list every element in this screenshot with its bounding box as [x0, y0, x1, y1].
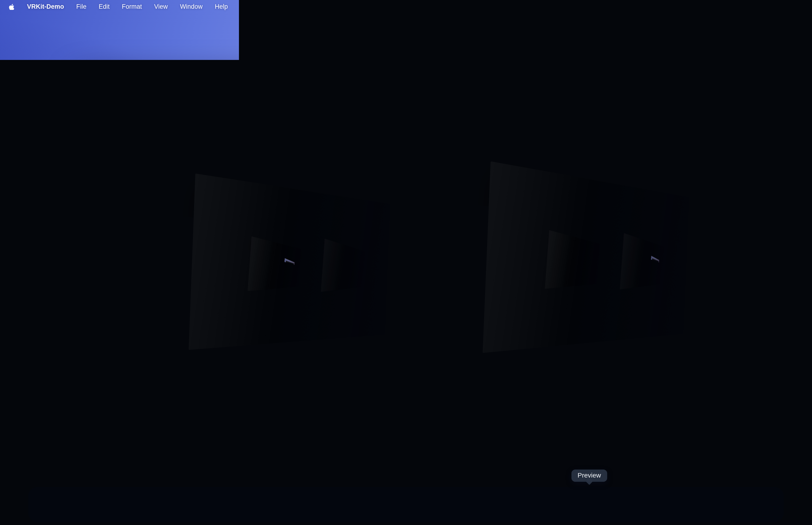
dock-item-signal[interactable] — [639, 284, 640, 286]
dock-item-tableapp[interactable] — [652, 283, 653, 285]
dock-item-chatgpt[interactable] — [647, 283, 649, 285]
window-title-bar[interactable]: VRKit-Demo — [79, 64, 753, 79]
updown-arrows-icon[interactable] — [345, 197, 347, 200]
dock-item-safari[interactable] — [530, 337, 537, 345]
dock-item-quicktime[interactable] — [290, 285, 292, 287]
dock-item-drop1[interactable] — [626, 285, 628, 287]
dock-item-chatgpt[interactable] — [579, 283, 580, 285]
volume-icon[interactable] — [650, 191, 652, 194]
menu-item-file[interactable]: File — [516, 167, 519, 170]
menu-item-edit[interactable]: Edit — [523, 168, 526, 171]
dock-item-preview[interactable] — [653, 283, 654, 284]
user-icon[interactable] — [366, 200, 367, 203]
menu-app-name[interactable]: VRKit-Demo — [27, 3, 64, 10]
dock-item-xcode[interactable] — [632, 285, 634, 287]
onepassword-icon[interactable] — [360, 199, 362, 202]
wifi-icon[interactable] — [622, 1, 630, 12]
dock-item-quicktime[interactable] — [589, 282, 590, 284]
dock-item-drop1[interactable] — [90, 493, 112, 515]
menu-item-file[interactable]: File — [330, 241, 331, 242]
menu-clock[interactable]: Sun 7 Dec 16:54 — [380, 203, 389, 206]
minimize-button[interactable] — [520, 191, 522, 193]
dock-item-warp[interactable] — [344, 286, 346, 288]
menu-item-window[interactable]: Window — [636, 238, 638, 239]
dock-item-numbers[interactable] — [328, 330, 333, 336]
dock-item-folder-docs[interactable] — [359, 285, 360, 287]
docker-icon[interactable] — [357, 249, 357, 250]
close-button[interactable] — [517, 190, 519, 193]
dock-item-figma[interactable] — [428, 493, 451, 515]
wifi-icon[interactable] — [358, 249, 359, 250]
menu-item-help[interactable]: Help — [269, 241, 270, 242]
se-badge-icon[interactable]: SE — [362, 251, 363, 252]
user-icon[interactable] — [660, 245, 660, 246]
zoom-button[interactable] — [260, 245, 260, 246]
dock-item-safari[interactable] — [331, 288, 333, 290]
dock-item-drop2[interactable] — [521, 338, 528, 346]
menu-item-format[interactable]: Format — [530, 169, 536, 173]
dock-item-xcode[interactable] — [262, 287, 264, 289]
dock-item-signal[interactable] — [570, 334, 576, 342]
battery-icon[interactable] — [668, 194, 670, 197]
minimize-button[interactable] — [630, 242, 630, 243]
zoom-button[interactable] — [523, 191, 525, 193]
dock-item-numbers[interactable] — [522, 493, 544, 515]
menu-item-help[interactable]: Help — [566, 235, 567, 236]
battery-icon[interactable] — [697, 1, 708, 12]
timemachine-icon[interactable] — [659, 245, 660, 246]
dock-item-trash[interactable] — [756, 493, 779, 515]
onepassword-icon[interactable] — [659, 192, 661, 195]
dock-item-folder-stack[interactable] — [593, 282, 594, 284]
dock-item-ghostty[interactable] — [576, 283, 577, 285]
menu-item-file[interactable]: File — [219, 178, 223, 181]
dock-item-ghostty[interactable] — [300, 332, 306, 339]
dock-item-vscode[interactable] — [264, 286, 266, 289]
dock-item-folder-docs[interactable] — [663, 327, 667, 333]
dock-item-warp[interactable] — [643, 283, 644, 286]
dock-item-folder-docs[interactable] — [364, 328, 369, 334]
dock-item-folder-stack[interactable] — [370, 327, 374, 333]
wifi-icon[interactable] — [354, 198, 355, 201]
timemachine-icon[interactable] — [667, 1, 675, 12]
dock-item-safari[interactable] — [557, 284, 560, 286]
dock-item-preview[interactable] — [340, 329, 345, 335]
dock-item-chatgpt[interactable] — [456, 493, 479, 515]
dock-item-chatgpt[interactable] — [349, 286, 350, 288]
dock-item-vscode[interactable] — [202, 493, 225, 515]
menu-item-edit[interactable]: Edit — [557, 232, 558, 234]
menu-item-edit[interactable]: Edit — [260, 239, 261, 240]
dock-item-finder[interactable] — [33, 493, 56, 515]
dock-item-trash[interactable] — [595, 282, 596, 283]
menu-item-view[interactable]: View — [562, 234, 563, 235]
docker-icon[interactable] — [592, 1, 600, 12]
dock-item-arc[interactable] — [337, 287, 338, 289]
dock-item-bolt2[interactable] — [584, 333, 590, 341]
dock-item-figma[interactable] — [307, 331, 312, 338]
dock-item-claude[interactable] — [282, 285, 284, 287]
dock-item-tableapp[interactable] — [584, 282, 586, 284]
dock-item-github[interactable] — [259, 493, 281, 515]
dock-item-github[interactable] — [566, 284, 568, 286]
dock-item-notes[interactable] — [355, 285, 356, 287]
dock-item-sphere[interactable] — [325, 288, 327, 290]
menu-item-view[interactable]: View — [539, 171, 543, 174]
dock-item-gridapp[interactable] — [662, 493, 685, 515]
dock-item-claude[interactable] — [350, 286, 351, 288]
volume-icon[interactable] — [607, 1, 615, 12]
dock-item-trash[interactable] — [375, 327, 380, 333]
dock-item-signal[interactable] — [272, 333, 278, 341]
battery-icon[interactable] — [595, 242, 595, 243]
volume-icon[interactable] — [292, 247, 292, 248]
menu-item-help[interactable]: Help — [557, 174, 561, 177]
menu-item-format[interactable]: Format — [333, 242, 335, 243]
menu-item-view[interactable]: View — [154, 3, 168, 10]
dock-item-folder-docs[interactable] — [700, 493, 722, 515]
dock-item-drop2[interactable] — [330, 288, 331, 290]
dock-item-gridapp[interactable] — [656, 327, 660, 334]
menu-item-view[interactable]: View — [264, 240, 265, 241]
dock-item-arc[interactable] — [266, 286, 268, 289]
screen-mirroring-icon[interactable] — [587, 241, 588, 242]
zoom-button[interactable] — [557, 240, 558, 240]
dock-item-trash[interactable] — [296, 284, 297, 286]
timemachine-icon[interactable] — [360, 250, 361, 251]
